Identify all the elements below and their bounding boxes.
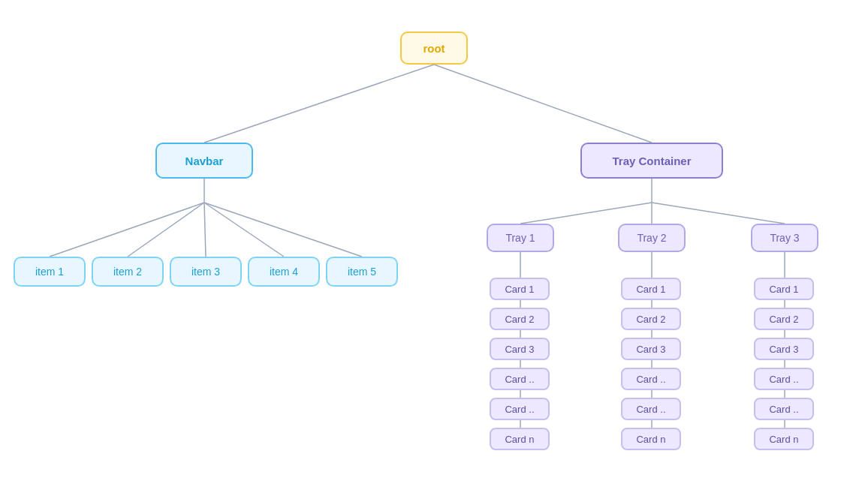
tray2-card-1: Card 1 [621, 278, 681, 300]
svg-line-9 [520, 203, 652, 224]
svg-line-1 [434, 65, 652, 143]
svg-line-4 [128, 203, 204, 257]
tray3-card-1: Card 1 [754, 278, 814, 300]
tray3-card-4: Card .. [754, 368, 814, 390]
tray2-card-5: Card .. [621, 398, 681, 420]
tray-container-label: Tray Container [612, 155, 691, 167]
tray-3-node: Tray 3 [751, 224, 818, 252]
navbar-label: Navbar [185, 155, 224, 167]
tray-1-node: Tray 1 [487, 224, 554, 252]
navbar-item-2: item 2 [92, 257, 164, 287]
tray3-card-n: Card n [754, 428, 814, 450]
root-node: root [400, 32, 468, 65]
svg-line-11 [652, 203, 785, 224]
navbar-item-4: item 4 [248, 257, 320, 287]
tray3-card-5: Card .. [754, 398, 814, 420]
svg-line-7 [204, 203, 362, 257]
navbar-node: Navbar [155, 143, 253, 179]
tray1-card-1: Card 1 [490, 278, 550, 300]
tray-2-node: Tray 2 [618, 224, 686, 252]
svg-line-6 [204, 203, 284, 257]
tray3-card-3: Card 3 [754, 338, 814, 360]
tray-container-node: Tray Container [580, 143, 723, 179]
svg-line-0 [204, 65, 434, 143]
tray2-card-2: Card 2 [621, 308, 681, 330]
tray2-card-n: Card n [621, 428, 681, 450]
tray1-card-n: Card n [490, 428, 550, 450]
tray1-card-5: Card .. [490, 398, 550, 420]
navbar-item-1: item 1 [14, 257, 86, 287]
connector-lines: .line { stroke: #9aa8bb; stroke-width: 1… [0, 0, 868, 499]
navbar-item-3: item 3 [170, 257, 242, 287]
root-label: root [423, 42, 445, 55]
tray2-card-3: Card 3 [621, 338, 681, 360]
tray3-card-2: Card 2 [754, 308, 814, 330]
svg-line-3 [50, 203, 204, 257]
tray2-card-4: Card .. [621, 368, 681, 390]
tray1-card-2: Card 2 [490, 308, 550, 330]
svg-line-5 [204, 203, 206, 257]
navbar-item-5: item 5 [326, 257, 398, 287]
tray1-card-3: Card 3 [490, 338, 550, 360]
tray1-card-4: Card .. [490, 368, 550, 390]
